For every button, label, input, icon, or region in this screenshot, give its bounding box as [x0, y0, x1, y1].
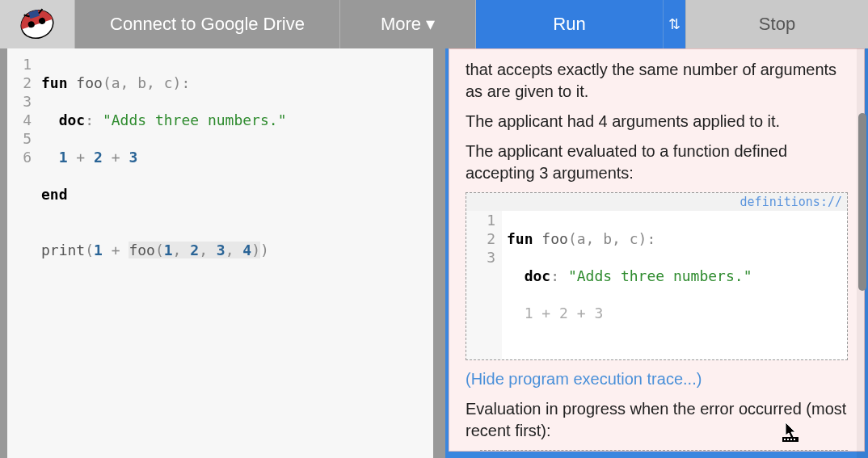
- svg-rect-8: [794, 439, 795, 440]
- pane-divider[interactable]: [433, 48, 445, 458]
- svg-rect-6: [787, 439, 789, 440]
- execution-trace: definitions:// 1 fun foo(a, b, c): ↗ def…: [466, 450, 848, 452]
- svg-rect-7: [790, 439, 792, 440]
- error-text-line: The applicant evaluated to a function de…: [466, 141, 848, 184]
- hide-trace-link[interactable]: (Hide program execution trace...): [466, 368, 848, 390]
- error-panel: that accepts exactly the same number of …: [449, 48, 865, 452]
- toolbar: Connect to Google Drive More ▾ Run ⇅ Sto…: [0, 0, 868, 48]
- error-text-line: The applicant had 4 arguments applied to…: [466, 111, 848, 132]
- left-margin: [0, 48, 7, 458]
- scrollbar-thumb[interactable]: [858, 113, 866, 291]
- pointer-cursor-icon: [779, 421, 802, 443]
- scrollbar-track[interactable]: [857, 48, 868, 458]
- snippet-code: fun foo(a, b, c): doc: "Adds three numbe…: [502, 211, 847, 359]
- main-split: 1 2 3 4 5 6 fun foo(a, b, c): doc: "Adds…: [0, 48, 868, 458]
- stop-button[interactable]: Stop: [685, 0, 868, 48]
- code-snippet: definitions:// 1 fun foo(a, b, c):: [480, 450, 848, 452]
- snippet-origin-link[interactable]: definitions://: [466, 193, 847, 211]
- svg-rect-5: [784, 439, 786, 440]
- editor-line-gutter: 1 2 3 4 5 6: [7, 48, 36, 458]
- definitions-editor[interactable]: 1 2 3 4 5 6 fun foo(a, b, c): doc: "Adds…: [7, 48, 433, 458]
- logo-cell: [0, 0, 74, 48]
- run-button[interactable]: Run: [475, 0, 663, 48]
- more-menu-button[interactable]: More ▾: [339, 0, 475, 48]
- connect-gdrive-button[interactable]: Connect to Google Drive: [74, 0, 339, 48]
- code-snippet: definitions:// 1 2 3 fun foo(a, b, c): d…: [466, 192, 848, 360]
- error-text-line: that accepts exactly the same number of …: [466, 59, 848, 103]
- run-dropdown-button[interactable]: ⇅: [663, 0, 685, 48]
- interactions-pane: that accepts exactly the same number of …: [445, 48, 868, 458]
- snippet-origin-link[interactable]: definitions://: [481, 451, 847, 452]
- snippet-gutter: 1 2 3: [466, 211, 502, 359]
- pyret-logo-icon: [19, 6, 55, 42]
- editor-code-area[interactable]: fun foo(a, b, c): doc: "Adds three numbe…: [36, 48, 433, 458]
